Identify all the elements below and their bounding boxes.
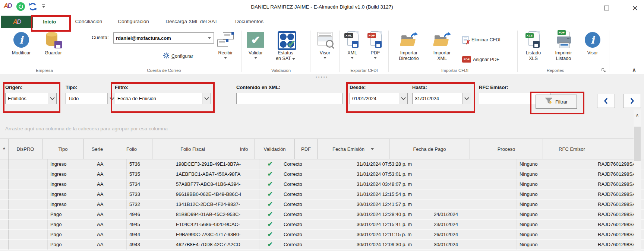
cell-folio_fiscal: 1AEBFBC1-ABA7-450A-98FA — [173, 169, 259, 179]
splitter-handle[interactable]: ····· — [0, 74, 644, 80]
tab-inicio[interactable]: Inicio — [33, 15, 66, 28]
origen-combobox[interactable]: Emitidos — [5, 93, 57, 104]
tab-configuracion[interactable]: Configuración — [111, 15, 156, 28]
visor-reportes-button[interactable]: i Visor — [581, 31, 604, 56]
xls-save-icon: XLS — [525, 31, 542, 48]
asignar-pdf-button[interactable]: PDF Asignar PDF — [460, 56, 502, 63]
cell-info: ✔ — [259, 210, 281, 220]
group-label-empresa: Empresa — [3, 68, 86, 73]
visor-validacion-button[interactable]: Visor — [313, 31, 337, 59]
column-header-dispro[interactable]: DisPRO — [9, 139, 42, 159]
cell-dispro — [9, 220, 48, 230]
scrollbar-thumb[interactable] — [634, 127, 641, 161]
cfdi-grid: Arrastre aquí una columna de la cabecera… — [0, 109, 644, 251]
check-icon: ✔ — [267, 160, 272, 168]
contenido-xml-input[interactable] — [236, 93, 343, 104]
column-header-indicator[interactable]: * — [0, 139, 9, 159]
column-header-serie[interactable]: Serie — [84, 139, 111, 159]
listado-xls-button[interactable]: XLS ListadoXLS — [520, 31, 546, 61]
imprimir-listado-button[interactable]: PDF ImprimirListado — [549, 31, 578, 61]
cell-fecha_pago — [431, 179, 517, 190]
cell-info: ✔ — [259, 190, 281, 200]
check-icon: ✔ — [267, 241, 272, 248]
info-icon: i — [13, 32, 29, 48]
validar-button[interactable]: ✔ Validar — [244, 31, 268, 59]
column-header-folio[interactable]: Folio — [111, 139, 152, 159]
column-header-tipo[interactable]: Tipo — [42, 139, 84, 159]
cell-folio: 5735 — [127, 169, 173, 179]
maximize-button[interactable] — [600, 3, 612, 13]
hasta-date-picker[interactable]: 31/01/2024 — [412, 93, 471, 104]
column-header-rfc_emisor[interactable]: RFC Emisor — [543, 139, 601, 159]
table-row[interactable]: PagoAA49434627B8E4-7DD8-42C7-A2CD✔Correc… — [0, 240, 644, 250]
eliminar-cfdi-button[interactable]: ✗ Eliminar CFDI — [460, 36, 503, 44]
cell-dispro — [9, 200, 48, 210]
cell-pdf — [326, 220, 354, 230]
tab-documentos[interactable]: Documentos — [229, 15, 270, 28]
table-row[interactable]: IngresoAA5736198DCEF3-291B-49E1-8B7A-✔Co… — [0, 159, 644, 169]
importar-directorio-button[interactable]: ImportarDirectorio — [393, 31, 425, 61]
table-row[interactable]: IngresoAA57321341B12C-2DCB-4F24-9837-✔Co… — [0, 200, 644, 210]
ribbon-collapse-icon[interactable]: ∧ — [630, 66, 638, 74]
scroll-up-icon[interactable]: ∧ — [634, 109, 641, 121]
cell-fecha_emision: 31/01/2024 07:53:01 p. m — [354, 169, 431, 179]
importar-xml-button[interactable]: ImportarXML — [428, 31, 456, 61]
chevron-down-icon[interactable] — [462, 93, 471, 104]
chevron-down-icon[interactable] — [399, 93, 407, 104]
chevron-down-icon — [224, 57, 227, 59]
recibir-button[interactable]: Recibir — [212, 31, 239, 59]
exportar-pdf-button[interactable]: PDF PDF — [364, 31, 386, 59]
ribbon-group-cuenta-correo: Cuenta: rdaniel@mxfactura.com Configurar… — [86, 28, 242, 74]
previous-page-button[interactable] — [597, 94, 615, 108]
estatus-en-sat-button[interactable]: ✔ Estatusen SAT — [270, 31, 301, 61]
cuenta-combobox[interactable]: rdaniel@mxfactura.com — [113, 32, 214, 44]
cell-indicator — [0, 179, 9, 190]
table-row[interactable]: IngresoAA57351AEBFBC1-ABA7-450A-98FA✔Cor… — [0, 169, 644, 179]
file-tab[interactable]: AD — [1, 16, 33, 28]
modificar-button[interactable]: i Modificar — [6, 31, 37, 56]
desde-date-picker[interactable]: 01/01/2024 — [350, 93, 408, 104]
chevron-down-icon[interactable] — [48, 93, 56, 104]
next-page-button[interactable] — [623, 94, 641, 108]
column-header-proceso[interactable]: Proceso — [470, 139, 543, 159]
cell-info: ✔ — [259, 200, 281, 210]
vertical-scrollbar[interactable]: ∧ — [634, 109, 641, 251]
cell-folio_fiscal: E104C421-5686-4320-9CAC- — [173, 220, 259, 230]
chevron-down-icon — [323, 57, 326, 59]
configurar-button[interactable]: Configurar — [161, 52, 195, 60]
dialog-launcher-icon[interactable] — [601, 68, 607, 73]
filtrar-button[interactable]: Filtrar — [536, 95, 577, 109]
row-indicator-icon: * — [3, 146, 5, 152]
exportar-xml-button[interactable]: XML XML — [341, 31, 363, 59]
column-header-info[interactable]: Info — [233, 139, 255, 159]
column-header-nombre_emisor[interactable] — [601, 139, 639, 159]
minimize-button[interactable] — [575, 3, 587, 13]
cell-validacion: Correcto — [281, 169, 326, 179]
check-icon: ✔ — [267, 210, 272, 218]
cell-folio_fiscal: 1341B12C-2DCB-4F24-9837- — [173, 200, 259, 210]
tab-conciliacion[interactable]: Conciliación — [68, 15, 110, 28]
group-label-cuenta-correo: Cuenta de Correo — [86, 68, 242, 73]
tab-descarga-xml-sat[interactable]: Descarga XML del SAT — [158, 15, 225, 28]
cell-indicator — [0, 220, 9, 230]
table-row[interactable]: PagoAA4945E104C421-5686-4320-9CAC-✔Corre… — [0, 220, 644, 230]
filtro-combobox[interactable]: Fecha de Emisión — [115, 93, 211, 104]
table-row[interactable]: PagoAA494681B8D994-01AB-45C2-953C-✔Corre… — [0, 210, 644, 220]
tipo-combobox[interactable]: Todo — [66, 93, 116, 104]
table-row[interactable]: IngresoAA573457A8BF77-ABC8-41B6-A394-✔Co… — [0, 179, 644, 190]
ribbon-tab-bar: AD Inicio Conciliación Configuración Des… — [0, 15, 644, 29]
table-row[interactable]: PagoAA4944E9BA990C-7A3C-4717-93B0-✔Corre… — [0, 230, 644, 240]
table-row[interactable]: IngresoAA573396619BB0-062E-4B49-B86C-I✔C… — [0, 190, 644, 200]
cell-serie: AA — [94, 220, 127, 230]
pdf-badge-icon: PDF — [462, 56, 471, 63]
column-header-folio_fiscal[interactable]: Folio Fiscal — [152, 139, 233, 159]
column-header-fecha_pago[interactable]: Fecha de Pago — [389, 139, 470, 159]
column-header-pdf[interactable]: PDF — [295, 139, 318, 159]
guardar-button[interactable]: Guardar — [39, 31, 68, 56]
cell-serie: AA — [94, 210, 127, 220]
close-button[interactable]: × — [629, 3, 641, 13]
column-header-fecha_emision[interactable]: Fecha Emisión — [318, 139, 389, 159]
cell-dispro — [9, 240, 48, 250]
column-header-validacion[interactable]: Validación — [255, 139, 295, 159]
chevron-down-icon[interactable] — [202, 93, 211, 104]
